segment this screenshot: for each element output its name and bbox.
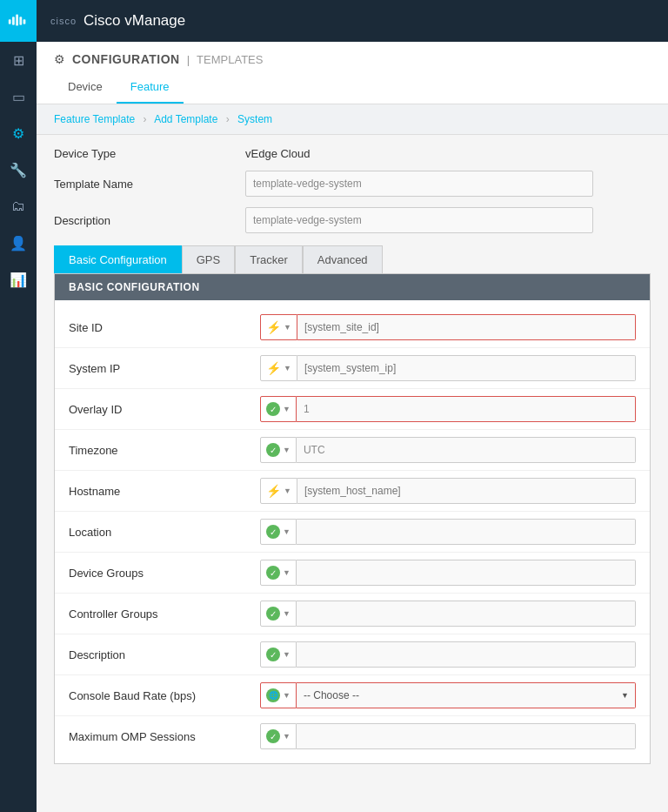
system-ip-type-btn[interactable]: ⚡ ▼ bbox=[260, 355, 297, 381]
sidebar-icon-tools[interactable]: 🔧 bbox=[0, 151, 37, 188]
template-name-label: Template Name bbox=[54, 178, 245, 191]
row-location: Location ✓ ▼ bbox=[55, 512, 650, 553]
breadcrumb-add-template[interactable]: Add Template bbox=[154, 113, 217, 125]
description-label: Description bbox=[54, 214, 245, 227]
svg-rect-2 bbox=[16, 15, 18, 26]
svg-rect-0 bbox=[9, 19, 11, 24]
console-baud-type-btn[interactable]: 🌐 ▼ bbox=[260, 682, 297, 708]
row-system-ip: System IP ⚡ ▼ bbox=[55, 348, 650, 389]
device-icon-2: ⚡ bbox=[266, 361, 281, 375]
site-id-control: ⚡ ▼ bbox=[260, 314, 636, 340]
site-id-label: Site ID bbox=[69, 321, 260, 334]
sidebar-icon-users[interactable]: 👤 bbox=[0, 225, 37, 261]
controller-groups-input[interactable] bbox=[297, 601, 636, 627]
controller-groups-type-btn[interactable]: ✓ ▼ bbox=[260, 601, 297, 627]
location-label: Location bbox=[69, 526, 260, 539]
inner-description-input[interactable] bbox=[297, 641, 636, 668]
chevron-icon-10: ▼ bbox=[283, 691, 291, 700]
console-baud-select-wrapper: -- Choose -- 1200 2400 4800 9600 19200 3… bbox=[297, 682, 636, 708]
console-baud-label: Console Baud Rate (bps) bbox=[69, 689, 260, 702]
field-template-name: Template Name bbox=[54, 165, 651, 202]
row-overlay-id: Overlay ID ✓ ▼ bbox=[55, 389, 650, 430]
svg-rect-4 bbox=[23, 19, 26, 24]
app-title: Cisco vManage bbox=[84, 12, 185, 30]
inner-description-control: ✓ ▼ bbox=[260, 641, 636, 668]
device-groups-input[interactable] bbox=[297, 560, 636, 586]
device-icon-3: ⚡ bbox=[266, 484, 281, 498]
overlay-id-type-btn[interactable]: ✓ ▼ bbox=[260, 396, 297, 422]
location-type-btn[interactable]: ✓ ▼ bbox=[260, 519, 297, 545]
content-area: ⚙ CONFIGURATION | TEMPLATES Device Featu… bbox=[37, 42, 668, 812]
max-omp-input[interactable] bbox=[297, 723, 636, 749]
chevron-icon-8: ▼ bbox=[283, 609, 291, 618]
section-tab-advanced[interactable]: Advanced bbox=[303, 245, 383, 273]
title-separator: | bbox=[187, 53, 190, 66]
hostname-control: ⚡ ▼ bbox=[260, 478, 636, 504]
chevron-icon-9: ▼ bbox=[283, 650, 291, 659]
hostname-input[interactable] bbox=[297, 478, 636, 504]
breadcrumb-feature-template[interactable]: Feature Template bbox=[54, 113, 135, 125]
device-groups-control: ✓ ▼ bbox=[260, 560, 636, 586]
row-controller-groups: Controller Groups ✓ ▼ bbox=[55, 594, 650, 634]
sidebar-icon-chart[interactable]: 📊 bbox=[0, 261, 37, 298]
description-input[interactable] bbox=[245, 207, 593, 233]
navbar: cisco Cisco vManage bbox=[37, 0, 668, 42]
chevron-icon: ▼ bbox=[284, 323, 291, 332]
location-input[interactable] bbox=[297, 519, 636, 545]
config-header: ⚙ CONFIGURATION | TEMPLATES Device Featu… bbox=[37, 42, 668, 104]
sidebar-icon-settings[interactable]: ⚙ bbox=[0, 115, 37, 151]
field-description: Description bbox=[54, 202, 651, 238]
section-tab-basic[interactable]: Basic Configuration bbox=[54, 245, 182, 273]
max-omp-control: ✓ ▼ bbox=[260, 723, 636, 749]
main-tabs: Device Feature bbox=[54, 73, 651, 104]
system-ip-label: System IP bbox=[69, 362, 260, 375]
system-ip-input[interactable] bbox=[297, 355, 636, 381]
tab-device[interactable]: Device bbox=[54, 73, 117, 104]
cisco-logo-svg bbox=[6, 9, 30, 33]
section-tab-gps[interactable]: GPS bbox=[182, 245, 235, 273]
controller-groups-label: Controller Groups bbox=[69, 607, 260, 621]
chevron-icon-3: ▼ bbox=[283, 405, 291, 413]
max-omp-label: Maximum OMP Sessions bbox=[69, 730, 260, 743]
basic-config-header: BASIC CONFIGURATION bbox=[55, 274, 650, 300]
svg-rect-3 bbox=[19, 17, 22, 24]
navbar-section-subtitle: TEMPLATES bbox=[197, 53, 263, 66]
template-name-input[interactable] bbox=[245, 171, 593, 197]
row-hostname: Hostname ⚡ ▼ bbox=[55, 471, 650, 512]
logo bbox=[0, 0, 37, 42]
max-omp-type-btn[interactable]: ✓ ▼ bbox=[260, 723, 297, 749]
site-id-type-btn[interactable]: ⚡ ▼ bbox=[260, 314, 297, 340]
tab-feature[interactable]: Feature bbox=[117, 73, 184, 104]
hostname-type-btn[interactable]: ⚡ ▼ bbox=[260, 478, 297, 504]
row-device-groups: Device Groups ✓ ▼ bbox=[55, 553, 650, 594]
chevron-icon-11: ▼ bbox=[283, 732, 291, 741]
check-icon-7: ✓ bbox=[266, 729, 280, 743]
inner-description-type-btn[interactable]: ✓ ▼ bbox=[260, 641, 297, 668]
device-icon: ⚡ bbox=[266, 320, 281, 334]
sidebar: ⊞ ▭ ⚙ 🔧 🗂 👤 📊 bbox=[0, 0, 37, 812]
row-timezone: Timezone ✓ ▼ bbox=[55, 430, 650, 471]
check-icon-6: ✓ bbox=[266, 648, 280, 661]
row-site-id: Site ID ⚡ ▼ bbox=[55, 307, 650, 348]
sidebar-icon-briefcase[interactable]: 🗂 bbox=[0, 188, 37, 225]
sidebar-icon-monitor[interactable]: ▭ bbox=[0, 78, 37, 115]
check-icon-2: ✓ bbox=[266, 443, 280, 457]
controller-groups-control: ✓ ▼ bbox=[260, 601, 636, 627]
timezone-input[interactable] bbox=[297, 437, 636, 463]
timezone-type-btn[interactable]: ✓ ▼ bbox=[260, 437, 297, 463]
breadcrumb-sep-2: › bbox=[226, 113, 230, 125]
overlay-id-control: ✓ ▼ bbox=[260, 396, 636, 422]
section-tab-tracker[interactable]: Tracker bbox=[235, 245, 303, 273]
check-icon-5: ✓ bbox=[266, 607, 280, 621]
breadcrumb-current: System bbox=[237, 113, 272, 125]
chevron-icon-5: ▼ bbox=[284, 487, 291, 495]
main-content: cisco Cisco vManage ⚙ CONFIGURATION | TE… bbox=[37, 0, 668, 812]
navbar-section-title: CONFIGURATION bbox=[72, 52, 180, 66]
overlay-id-input[interactable] bbox=[297, 396, 636, 422]
device-groups-label: Device Groups bbox=[69, 567, 260, 580]
sidebar-icon-grid[interactable]: ⊞ bbox=[0, 42, 37, 78]
device-groups-type-btn[interactable]: ✓ ▼ bbox=[260, 560, 297, 586]
site-id-input[interactable] bbox=[297, 314, 636, 340]
console-baud-select[interactable]: -- Choose -- 1200 2400 4800 9600 19200 3… bbox=[297, 682, 636, 708]
device-type-label: Device Type bbox=[54, 147, 245, 160]
